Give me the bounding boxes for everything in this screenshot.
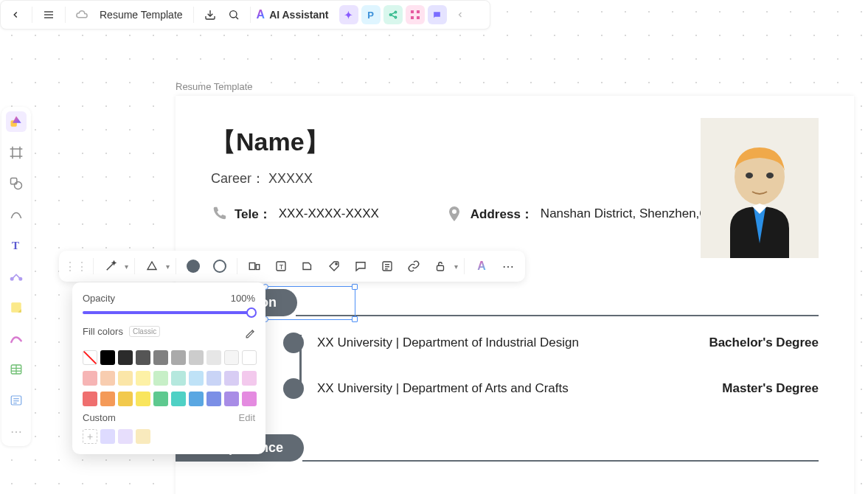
svg-text:T: T — [280, 263, 284, 271]
color-swatch[interactable] — [136, 371, 150, 386]
svg-point-7 — [395, 11, 396, 13]
note-button[interactable] — [376, 255, 398, 277]
link-button[interactable] — [403, 255, 425, 277]
pen-tool[interactable] — [6, 328, 27, 349]
color-swatch[interactable] — [118, 371, 133, 386]
svg-point-6 — [389, 14, 391, 15]
search-button[interactable] — [223, 4, 244, 25]
stroke-color-button[interactable] — [209, 255, 231, 277]
color-swatch[interactable] — [224, 392, 239, 406]
custom-color-swatch[interactable] — [118, 429, 133, 444]
education-row[interactable]: 20XX/XX XX University | Department of Ar… — [211, 378, 819, 399]
color-swatch[interactable] — [224, 371, 239, 386]
magic-tool-button[interactable] — [100, 255, 122, 277]
align-button[interactable] — [243, 255, 265, 277]
svg-rect-51 — [437, 265, 444, 271]
text-block-tool[interactable] — [6, 390, 27, 411]
more-tools[interactable]: ⋯ — [6, 421, 27, 442]
sticky-note-tool[interactable] — [6, 297, 27, 318]
shape-tool[interactable] — [6, 111, 27, 132]
color-swatch[interactable] — [118, 392, 133, 406]
curve-tool[interactable] — [6, 204, 27, 225]
color-swatch[interactable] — [206, 371, 221, 386]
color-swatch[interactable] — [171, 371, 186, 386]
color-swatch[interactable] — [189, 371, 204, 386]
color-swatch[interactable] — [153, 350, 168, 365]
color-swatch[interactable] — [83, 392, 97, 406]
tool-chip-p[interactable]: P — [361, 5, 381, 24]
drag-handle-icon[interactable]: ⋮⋮ — [65, 255, 87, 277]
color-swatch[interactable] — [100, 392, 115, 406]
connector-tool[interactable] — [6, 266, 27, 287]
custom-color-swatch[interactable] — [100, 429, 115, 444]
address-item[interactable]: Address： Nanshan District, Shenzhen,Chin… — [445, 205, 732, 223]
chevron-down-icon[interactable]: ▾ — [166, 262, 170, 271]
fill-mode-tag[interactable]: Classic — [129, 326, 160, 337]
table-tool[interactable] — [6, 359, 27, 380]
color-swatch[interactable] — [189, 392, 204, 406]
fill-color-button[interactable] — [182, 255, 204, 277]
document-title[interactable]: Resume Template — [95, 9, 187, 21]
ai-assistant-label[interactable]: AI Assistant — [269, 9, 328, 21]
svg-point-4 — [229, 11, 236, 18]
tool-chip-share[interactable] — [383, 5, 403, 24]
shape-type-button[interactable] — [141, 255, 163, 277]
color-swatch[interactable] — [136, 350, 150, 365]
career-value: XXXXX — [268, 171, 313, 186]
text-tool[interactable]: T — [6, 235, 27, 256]
slider-thumb[interactable] — [246, 307, 257, 318]
tool-chip-qr[interactable] — [406, 5, 425, 24]
edit-custom-button[interactable]: Edit — [239, 412, 255, 423]
color-swatch[interactable] — [242, 371, 257, 386]
circle-shape-tool[interactable] — [6, 173, 27, 194]
svg-rect-14 — [417, 16, 420, 19]
add-custom-color-button[interactable]: + — [83, 429, 97, 444]
color-swatch[interactable] — [206, 392, 221, 406]
chevron-down-icon[interactable]: ▾ — [125, 262, 128, 271]
tool-chip-sparkle[interactable]: ✦ — [339, 5, 358, 24]
lock-button[interactable] — [429, 255, 451, 277]
svg-line-9 — [391, 13, 395, 14]
color-popover: Opacity 100% Fill colors Classic Custom … — [72, 282, 265, 454]
download-button[interactable] — [200, 4, 221, 25]
color-swatch[interactable] — [83, 371, 97, 386]
menu-button[interactable] — [38, 4, 59, 25]
chevron-down-icon[interactable]: ▾ — [454, 262, 458, 271]
color-swatch[interactable] — [206, 350, 221, 365]
color-swatch[interactable] — [242, 350, 257, 365]
frame-tool[interactable] — [6, 142, 27, 163]
color-swatch[interactable] — [100, 350, 115, 365]
svg-line-5 — [236, 17, 238, 19]
color-swatch[interactable] — [153, 392, 168, 406]
education-row[interactable]: 20XX/XX XX University | Department of In… — [211, 333, 819, 353]
label-button[interactable] — [296, 255, 319, 277]
cloud-sync-icon[interactable] — [72, 4, 92, 25]
color-swatch[interactable] — [171, 350, 186, 365]
back-button[interactable] — [5, 4, 26, 25]
tool-chip-comment[interactable] — [428, 5, 447, 24]
custom-color-swatch[interactable] — [136, 429, 150, 444]
resume-page[interactable]: 【Name】 Career： XXXXX Tele： XXX-XXXX-XXXX… — [176, 96, 854, 494]
color-swatch[interactable] — [83, 350, 97, 365]
comment-button[interactable] — [350, 255, 372, 277]
tele-item[interactable]: Tele： XXX-XXXX-XXXX — [211, 206, 379, 223]
color-swatch[interactable] — [171, 392, 186, 406]
location-icon — [445, 205, 463, 223]
color-swatch[interactable] — [189, 350, 204, 365]
color-swatch[interactable] — [224, 350, 239, 365]
avatar-placeholder[interactable] — [701, 118, 819, 258]
tag-button[interactable] — [323, 255, 345, 277]
color-swatch[interactable] — [118, 350, 133, 365]
color-swatch[interactable] — [136, 392, 150, 406]
more-button[interactable]: ⋯ — [497, 255, 519, 277]
color-swatch[interactable] — [242, 392, 257, 406]
text-box-button[interactable]: T — [270, 255, 292, 277]
edu-degree: Bachelor's Degree — [709, 335, 819, 350]
color-swatch[interactable] — [153, 371, 168, 386]
collapse-toolbar-button[interactable] — [450, 4, 471, 25]
color-swatch[interactable] — [100, 371, 115, 386]
ai-suggest-button[interactable]: A — [471, 255, 493, 277]
opacity-slider[interactable] — [83, 311, 255, 314]
fill-colors-label: Fill colors — [83, 326, 123, 337]
eyedropper-button[interactable] — [244, 329, 255, 340]
